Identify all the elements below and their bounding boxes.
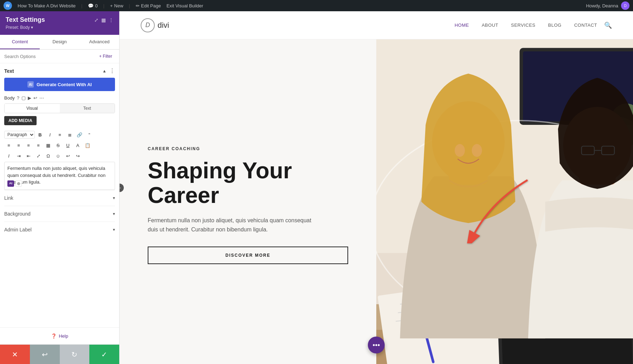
background-section-title: Background xyxy=(4,211,31,217)
align-center-button[interactable]: ≡ xyxy=(14,141,23,150)
tab-visual[interactable]: Visual xyxy=(5,104,60,113)
exit-visual-builder-link[interactable]: Exit Visual Builder xyxy=(166,3,203,8)
paste-button[interactable]: 📋 xyxy=(83,141,92,150)
background-chevron-icon: ▾ xyxy=(113,211,115,216)
fab-button[interactable]: ••• xyxy=(368,337,385,353)
admin-label-section-header[interactable]: Admin Label ▾ xyxy=(4,227,115,232)
bold-button[interactable]: B xyxy=(36,130,45,139)
link-section-title: Link xyxy=(4,195,13,201)
mobile-icon[interactable]: ▢ xyxy=(21,95,26,101)
website-preview: D divi HOME ABOUT SERVICES BLOG CONTACT … xyxy=(120,11,633,364)
edit-page-link[interactable]: ✏ Edit Page xyxy=(136,3,161,8)
save-button[interactable]: ✓ xyxy=(89,345,119,364)
hero-photo-svg xyxy=(376,39,633,364)
admin-label-chevron-icon: ▾ xyxy=(113,227,115,232)
help-link[interactable]: ❓ Help xyxy=(6,333,114,339)
ai-inline-icon[interactable]: AI xyxy=(7,180,14,187)
sidebar: Text Settings ⤢ ▦ ⋮ Preset: Body ▾ Conte… xyxy=(0,11,120,364)
redo-icon: ↻ xyxy=(71,350,77,359)
italic2-button[interactable]: I xyxy=(4,151,13,160)
align-right-button[interactable]: ≡ xyxy=(24,141,33,150)
tab-text[interactable]: Text xyxy=(60,104,115,113)
add-media-button[interactable]: ADD MEDIA xyxy=(4,116,37,125)
pencil-icon: ✏ xyxy=(136,3,140,8)
search-row: + Filter xyxy=(0,50,119,63)
nav-link-services[interactable]: SERVICES xyxy=(511,23,536,28)
undo-button[interactable]: ↩ xyxy=(30,345,60,364)
nav-link-contact[interactable]: CONTACT xyxy=(574,23,597,28)
hero-left: CAREER COACHING Shaping Your Career Ferm… xyxy=(120,39,376,364)
arrow-icon[interactable]: ▶ xyxy=(28,95,31,101)
emoji-button[interactable]: ☺ xyxy=(53,151,63,160)
editor-content[interactable]: Fermentum nulla non justo aliquet, quis … xyxy=(4,162,115,190)
more-body-icon[interactable]: ⋯ xyxy=(39,95,44,101)
undo2-button[interactable]: ↩ xyxy=(63,151,72,160)
close-icon: ✕ xyxy=(12,350,18,359)
comments-link[interactable]: 💬 0 xyxy=(88,3,97,8)
tab-design[interactable]: Design xyxy=(40,35,79,49)
nav-link-about[interactable]: ABOUT xyxy=(482,23,498,28)
redo2-button[interactable]: ↪ xyxy=(73,151,82,160)
outdent-button[interactable]: ⇤ xyxy=(24,151,33,160)
ordered-list-button[interactable]: ≣ xyxy=(65,130,74,139)
nav-search-icon[interactable]: 🔍 xyxy=(604,21,612,29)
indent-button[interactable]: ⇥ xyxy=(14,151,23,160)
ai-icon: AI xyxy=(27,81,34,88)
tab-content[interactable]: Content xyxy=(0,35,40,49)
save-checkmark-icon: ✓ xyxy=(101,350,107,359)
italic-button[interactable]: I xyxy=(45,130,55,139)
text-section-collapse-icon[interactable]: ▲ xyxy=(102,69,107,74)
filter-button[interactable]: + Filter xyxy=(96,52,115,60)
special-char-button[interactable]: Ω xyxy=(44,151,53,160)
align-justify-button[interactable]: ≡ xyxy=(34,141,43,150)
toolbar-row-2: ≡ ≡ ≡ ≡ ▦ S U A 📋 xyxy=(4,141,115,150)
comment-count: 0 xyxy=(95,3,97,8)
plus-icon: + xyxy=(110,3,113,8)
wp-logo-icon[interactable]: W xyxy=(4,1,12,10)
new-link[interactable]: + New xyxy=(110,3,123,8)
nav-logo: D divi xyxy=(141,18,169,32)
paragraph-select[interactable]: Paragraph xyxy=(4,131,35,139)
svg-point-20 xyxy=(472,144,482,157)
search-input[interactable] xyxy=(4,54,94,59)
hero-eyebrow: CAREER COACHING xyxy=(148,146,348,151)
strikethrough-button[interactable]: S xyxy=(53,141,63,150)
more-options-icon[interactable]: ⋮ xyxy=(109,17,114,23)
help-label: Help xyxy=(59,333,68,339)
align-left-button[interactable]: ≡ xyxy=(4,141,13,150)
site-name[interactable]: How To Make A Divi Website xyxy=(18,3,76,8)
redo-button[interactable]: ↻ xyxy=(60,345,90,364)
ai-generate-button[interactable]: AI Generate Content With AI xyxy=(4,78,115,91)
ai-generate-label: Generate Content With AI xyxy=(37,82,92,87)
help-tooltip-icon[interactable]: ? xyxy=(17,95,19,101)
unordered-list-button[interactable]: ≡ xyxy=(55,130,64,139)
link-section-header[interactable]: Link ▾ xyxy=(4,195,115,201)
howdy-text: Howdy, Deanna xyxy=(586,3,618,8)
fullscreen-editor-button[interactable]: ⤢ xyxy=(34,151,43,160)
ai-plus-inline-button[interactable]: ⊕ xyxy=(15,180,22,187)
nav-link-home[interactable]: HOME xyxy=(455,23,469,28)
howdy-section: Howdy, Deanna D xyxy=(586,1,629,10)
hero-right xyxy=(376,39,633,364)
layout-icon[interactable]: ▦ xyxy=(101,17,106,23)
text-color-button[interactable]: A xyxy=(73,141,82,150)
text-section-more-icon[interactable]: ⋮ xyxy=(109,68,115,74)
toolbar-row-3: I ⇥ ⇤ ⤢ Ω ☺ ↩ ↪ xyxy=(4,151,115,160)
fullscreen-icon[interactable]: ⤢ xyxy=(94,17,98,23)
discover-more-button[interactable]: DISCOVER MORE xyxy=(148,247,348,264)
tab-advanced[interactable]: Advanced xyxy=(79,35,119,49)
close-button[interactable]: ✕ xyxy=(0,345,30,364)
preset-label[interactable]: Preset: Body ▾ xyxy=(6,25,114,30)
background-section-header[interactable]: Background ▾ xyxy=(4,211,115,217)
help-row: ❓ Help xyxy=(0,327,119,344)
undo-text-icon[interactable]: ↩ xyxy=(33,95,37,101)
blockquote-button[interactable]: " xyxy=(85,130,94,139)
nav-link-blog[interactable]: BLOG xyxy=(548,23,562,28)
underline-button[interactable]: U xyxy=(63,141,72,150)
toolbar-row-1: Paragraph B I ≡ ≣ 🔗 " xyxy=(4,130,115,139)
sidebar-title: Text Settings xyxy=(6,16,45,24)
table-button[interactable]: ▦ xyxy=(44,141,53,150)
link-button[interactable]: 🔗 xyxy=(75,130,84,139)
link-section: Link ▾ xyxy=(4,190,115,206)
avatar: D xyxy=(621,1,629,10)
